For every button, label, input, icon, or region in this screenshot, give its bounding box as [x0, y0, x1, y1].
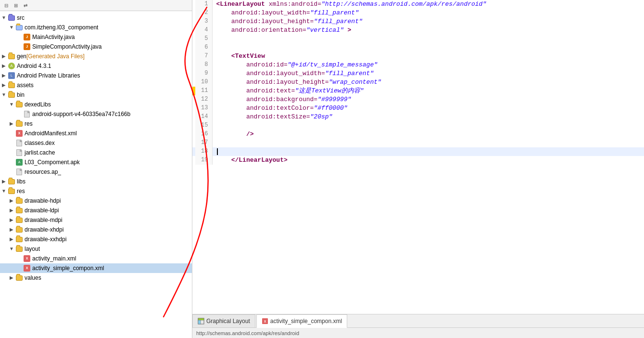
- tree-toggle[interactable]: ▶: [0, 81, 8, 90]
- tree-label: drawable-mdpi: [25, 216, 63, 224]
- tree-toggle[interactable]: ▶: [8, 225, 15, 234]
- tree-toggle[interactable]: ▶: [8, 119, 15, 128]
- tree-item-gen[interactable]: ▶gen [Generated Java Files]: [0, 52, 192, 61]
- code-line-1: 1<LinearLayout xmlns:android="http://sch…: [192, 0, 644, 9]
- tree-icon-xml: X: [23, 264, 31, 272]
- tree-toggle[interactable]: ▶: [0, 62, 8, 70]
- tree-label: res: [17, 187, 25, 195]
- tree-item-android43[interactable]: ▶AAndroid 4.3.1: [0, 61, 192, 71]
- tree-toggle[interactable]: ▶: [0, 52, 8, 61]
- editor-area: 1<LinearLayout xmlns:android="http://sch…: [192, 0, 644, 338]
- line-content-9[interactable]: android:layout_width="fill_parent": [212, 69, 644, 78]
- tree-label: classes.dex: [25, 139, 55, 147]
- line-content-18[interactable]: [212, 147, 644, 156]
- tree-icon-folder: [15, 120, 23, 128]
- tree-toggle[interactable]: ▶: [8, 273, 15, 282]
- tree-toggle[interactable]: ▶: [8, 196, 15, 205]
- tree-item-jarlist[interactable]: jarlist.cache: [0, 148, 192, 157]
- tree-icon-xml: X: [23, 255, 31, 262]
- code-container[interactable]: 1<LinearLayout xmlns:android="http://sch…: [192, 0, 644, 314]
- tree-label: android-support-v4-60335ea747c166b: [32, 110, 130, 118]
- code-line-5: 5: [192, 35, 644, 43]
- tab-graphical[interactable]: Graphical Layout: [192, 314, 255, 328]
- tree-toggle[interactable]: ▼: [8, 100, 15, 109]
- line-content-14[interactable]: android:textSize="20sp": [212, 113, 644, 121]
- line-content-19[interactable]: </LinearLayout>: [212, 156, 644, 165]
- code-line-17: 17: [192, 139, 644, 147]
- tree-item-com.itzheng[interactable]: ▼com.itzheng.l03_compoment: [0, 23, 192, 32]
- line-content-2[interactable]: android:layout_width="fill_parent": [212, 9, 644, 17]
- tree-toggle[interactable]: ▼: [8, 245, 15, 253]
- tree-item-MainActivity[interactable]: JMainActivity.java: [0, 32, 192, 42]
- tree-toggle[interactable]: ▶: [8, 216, 15, 224]
- tree-label-suffix: [Generated Java Files]: [26, 52, 85, 61]
- tree-item-resources.ap_[interactable]: resources.ap_: [0, 167, 192, 177]
- tree-item-layout[interactable]: ▼layout: [0, 244, 192, 254]
- tree-item-SimpleComponActivity[interactable]: JSimpleComponActivity.java: [0, 42, 192, 52]
- line-content-16[interactable]: />: [212, 130, 644, 139]
- tree-item-drawable-xxhdpi[interactable]: ▶drawable-xxhdpi: [0, 234, 192, 244]
- tree-item-drawable-mdpi[interactable]: ▶drawable-mdpi: [0, 215, 192, 225]
- tree-item-dexedLibs[interactable]: ▼dexedLibs: [0, 100, 192, 109]
- line-content-13[interactable]: android:textColor="#ff0000": [212, 104, 644, 113]
- line-content-12[interactable]: android:background="#999999": [212, 95, 644, 104]
- tree-item-L03_Compoment.apk[interactable]: AL03_Compoment.apk: [0, 157, 192, 167]
- sync-button[interactable]: ⇄: [21, 1, 30, 10]
- tree-item-values[interactable]: ▶values: [0, 273, 192, 283]
- tree-item-AndroidManifest[interactable]: XAndroidManifest.xml: [0, 129, 192, 138]
- line-content-7[interactable]: <TextView: [212, 52, 644, 61]
- tree-item-classes.dex[interactable]: classes.dex: [0, 138, 192, 148]
- tree-toggle[interactable]: ▼: [0, 187, 8, 195]
- tree-item-assets[interactable]: ▶assets: [0, 80, 192, 90]
- tree-item-android-support[interactable]: android-support-v4-60335ea747c166b: [0, 109, 192, 119]
- expand-all-button[interactable]: ⊞: [12, 1, 20, 10]
- tree-icon-java: J: [23, 43, 31, 51]
- bottom-tab-bar: Graphical Layout X activity_simple_compo…: [192, 314, 644, 327]
- tree-item-activity_main.xml[interactable]: Xactivity_main.xml: [0, 254, 192, 263]
- code-table: 1<LinearLayout xmlns:android="http://sch…: [192, 0, 644, 165]
- collapse-all-button[interactable]: ⊟: [2, 1, 11, 10]
- tree-icon-folder: [15, 216, 23, 224]
- tree-item-drawable-ldpi[interactable]: ▶drawable-ldpi: [0, 206, 192, 215]
- line-content-11[interactable]: android:text="这是TextView的内容": [212, 87, 644, 95]
- tree-toggle[interactable]: ▶: [0, 177, 8, 186]
- line-content-4[interactable]: android:orientation="vertical" >: [212, 26, 644, 35]
- tree-toggle[interactable]: ▼: [0, 13, 8, 22]
- tree-item-android-private[interactable]: ▶LAndroid Private Libraries: [0, 71, 192, 80]
- tree-toggle[interactable]: ▼: [8, 23, 15, 32]
- tree-item-activity_simple_compon.xml[interactable]: Xactivity_simple_compon.xml: [0, 263, 192, 273]
- tree-icon-folder: [15, 235, 23, 243]
- code-line-10: 10 android:layout_height="wrap_content": [192, 78, 644, 87]
- tree-label: SimpleComponActivity.java: [32, 42, 102, 51]
- tree-toggle[interactable]: ▶: [0, 71, 8, 80]
- line-number-10: 10: [195, 78, 212, 87]
- tree-icon-folder: [15, 226, 23, 234]
- tree-toggle[interactable]: ▶: [8, 235, 15, 244]
- line-content-15[interactable]: [212, 121, 644, 130]
- tree-label: com.itzheng.l03_compoment: [25, 23, 98, 32]
- line-content-8[interactable]: android:id="@+id/tv_simple_message": [212, 61, 644, 69]
- tree-icon-file: [15, 168, 23, 176]
- line-content-6[interactable]: [212, 43, 644, 52]
- sidebar-toolbar: ⊟ ⊞ ⇄: [0, 0, 192, 11]
- tree-toggle[interactable]: ▶: [8, 206, 15, 215]
- line-content-17[interactable]: [212, 139, 644, 147]
- tree-item-libs[interactable]: ▶libs: [0, 177, 192, 186]
- tree-label: Android Private Libraries: [17, 71, 80, 80]
- tree-item-drawable-xhdpi[interactable]: ▶drawable-xhdpi: [0, 225, 192, 234]
- line-content-10[interactable]: android:layout_height="wrap_content": [212, 78, 644, 87]
- tree-item-drawable-hdpi[interactable]: ▶drawable-hdpi: [0, 196, 192, 206]
- tree-toggle[interactable]: ▼: [0, 91, 8, 99]
- line-content-3[interactable]: android:layout_height="fill_parent": [212, 17, 644, 26]
- tree-icon-package: [15, 24, 23, 31]
- tab-xml[interactable]: X activity_simple_compon.xml: [256, 314, 347, 328]
- line-content-5[interactable]: [212, 35, 644, 43]
- sidebar: ⊟ ⊞ ⇄ ▼src▼com.itzheng.l03_compomentJMai…: [0, 0, 192, 338]
- tab-graphical-label: Graphical Layout: [206, 318, 250, 325]
- tree-item-res-bin[interactable]: ▶res: [0, 119, 192, 129]
- line-number-15: 15: [195, 121, 212, 130]
- tree-item-res[interactable]: ▼res: [0, 186, 192, 196]
- tree-item-src[interactable]: ▼src: [0, 13, 192, 23]
- line-content-1[interactable]: <LinearLayout xmlns:android="http://sche…: [212, 0, 644, 9]
- tree-item-bin[interactable]: ▼bin: [0, 90, 192, 100]
